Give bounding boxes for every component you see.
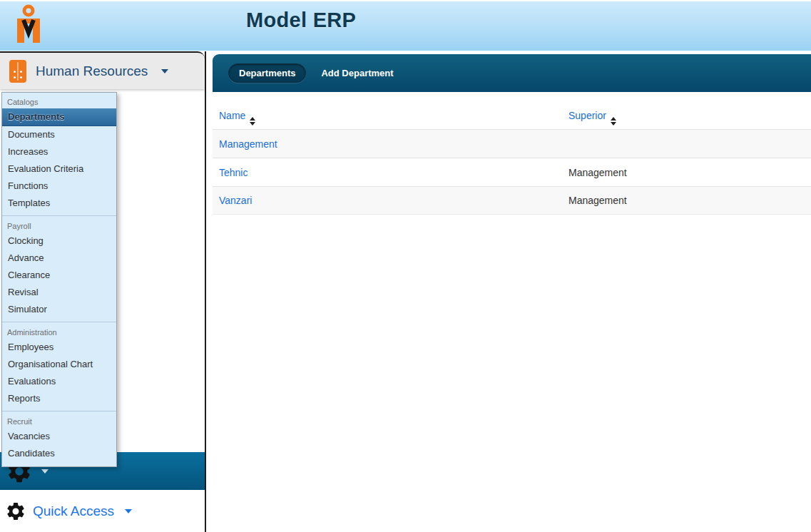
sidebar-item-organisational-chart[interactable]: Organisational Chart [2,356,116,373]
sidebar-item-candidates[interactable]: Candidates [2,445,116,462]
sidebar-item-reports[interactable]: Reports [2,390,116,407]
table-row: Management [213,129,811,158]
table-row: Tehnic Management [213,158,811,186]
menu-section-recruit: Recruit [2,414,116,428]
sidebar: Human Resources Quick Access Catalogs De… [0,51,206,532]
sidebar-item-functions[interactable]: Functions [2,178,116,195]
department-link[interactable]: Tehnic [219,167,248,178]
column-header-superior[interactable]: Superior [568,110,606,121]
menu-section-catalogs: Catalogs [2,94,116,108]
sort-icon[interactable] [250,117,255,126]
sort-icon[interactable] [611,117,616,126]
quick-access-label: Quick Access [33,503,114,519]
sidebar-item-vacancies[interactable]: Vacancies [2,428,116,445]
model-erp-logo-icon [14,4,43,44]
menu-section-administration: Administration [2,324,116,339]
human-resources-icon [9,60,26,83]
menu-divider [2,215,116,216]
module-selector[interactable]: Human Resources [0,51,205,89]
tab-departments[interactable]: Departments [228,63,306,83]
column-header-name[interactable]: Name [219,110,245,121]
tab-add-department[interactable]: Add Department [321,68,393,78]
sidebar-item-advance[interactable]: Advance [2,250,116,267]
table-row: Vanzari Management [213,186,811,215]
chevron-down-icon [41,469,49,474]
gear-icon [5,501,26,522]
departments-table: Name Superior Management Tehnic Manageme… [213,105,811,215]
sidebar-item-revisal[interactable]: Revisal [2,284,116,301]
module-selector-label: Human Resources [36,63,148,79]
sidebar-item-clocking[interactable]: Clocking [2,232,116,250]
chevron-down-icon [125,509,132,513]
sidebar-item-departments[interactable]: Departments [2,108,116,126]
menu-divider [2,411,116,411]
sidebar-item-evaluations[interactable]: Evaluations [2,373,116,390]
chevron-down-icon [161,69,168,73]
app-header: Model ERP [0,0,811,51]
sidebar-item-templates[interactable]: Templates [2,195,116,212]
sidebar-item-employees[interactable]: Employees [2,339,116,356]
sidebar-item-documents[interactable]: Documents [2,126,116,143]
table-header-row: Name Superior [213,105,811,129]
department-link[interactable]: Vanzari [219,195,252,206]
superior-value: Management [568,195,627,206]
menu-section-payroll: Payroll [2,218,116,232]
sidebar-item-simulator[interactable]: Simulator [2,301,116,318]
quick-access[interactable]: Quick Access [0,496,205,527]
main-toolbar: Departments Add Department [213,54,811,92]
sidebar-item-clearance[interactable]: Clearance [2,267,116,284]
superior-value: Management [568,167,627,178]
page-title: Model ERP [246,9,356,32]
sidebar-item-increases[interactable]: Increases [2,143,116,160]
department-link[interactable]: Management [219,138,277,150]
module-menu: Catalogs Departments Documents Increases… [1,92,117,467]
sidebar-item-evaluation-criteria[interactable]: Evaluation Criteria [2,160,116,178]
menu-divider [2,322,116,322]
